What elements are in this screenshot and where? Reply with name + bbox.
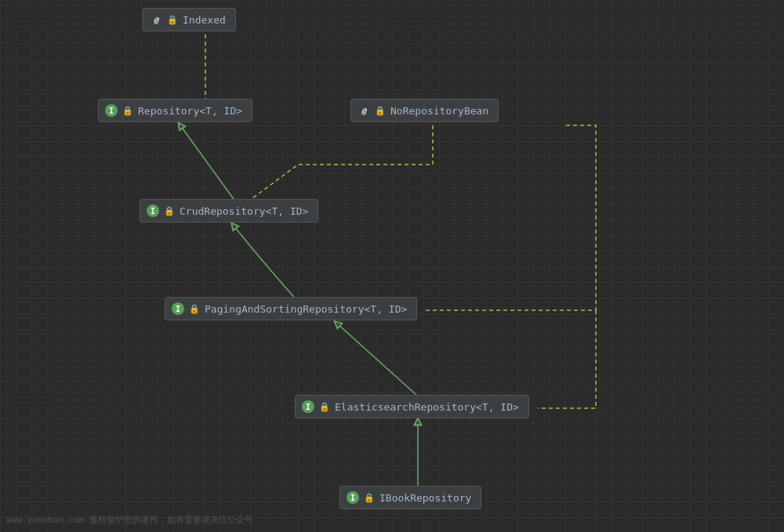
diagram-container: @ 🔒 Indexed I 🔒 Repository<T, ID> @ 🔒 No…	[0, 0, 784, 532]
line-paging-crud	[234, 226, 294, 297]
node-pagingandsortingrepository[interactable]: I 🔒 PagingAndSortingRepository<T, ID>	[165, 297, 417, 320]
line-norepository-elastic	[538, 310, 596, 408]
label-indexed: Indexed	[183, 14, 226, 26]
lock-icon-repository: 🔒	[122, 106, 133, 116]
line-elastic-paging	[337, 324, 416, 395]
node-repository[interactable]: I 🔒 Repository<T, ID>	[98, 99, 252, 122]
label-elastic: ElasticsearchRepository<T, ID>	[335, 401, 519, 413]
at-icon-indexed: @	[150, 13, 162, 26]
lock-icon-elastic: 🔒	[319, 402, 330, 412]
lock-icon-indexed: 🔒	[167, 15, 178, 25]
label-norepositorybean: NoRepositoryBean	[390, 105, 488, 117]
at-icon-norepositorybean: @	[358, 104, 370, 117]
i-icon-elastic: I	[302, 400, 314, 413]
node-norepositorybean[interactable]: @ 🔒 NoRepositoryBean	[350, 99, 499, 122]
node-elasticsearchrepository[interactable]: I 🔒 ElasticsearchRepository<T, ID>	[295, 395, 529, 418]
node-indexed[interactable]: @ 🔒 Indexed	[143, 8, 236, 31]
lock-icon-norepositorybean: 🔒	[375, 106, 386, 116]
line-crudrepository-repository	[180, 125, 234, 199]
watermark-text: www.yumoban.com 版权保护您的著作，如有需要请关注公众号	[6, 514, 253, 526]
i-icon-crudrepository: I	[147, 204, 159, 217]
label-paging: PagingAndSortingRepository<T, ID>	[205, 303, 407, 315]
line-norepository-paging	[423, 125, 596, 310]
label-crudrepository: CrudRepository<T, ID>	[180, 205, 308, 217]
lock-icon-paging: 🔒	[189, 304, 200, 314]
i-icon-paging: I	[172, 302, 184, 315]
node-ibookrepository[interactable]: I 🔒 IBookRepository	[339, 486, 481, 509]
lock-icon-ibook: 🔒	[364, 493, 375, 503]
i-icon-repository: I	[105, 104, 118, 117]
label-repository: Repository<T, ID>	[138, 105, 242, 117]
diagram-lines	[0, 0, 784, 532]
node-crudrepository[interactable]: I 🔒 CrudRepository<T, ID>	[140, 199, 318, 223]
i-icon-ibook: I	[347, 491, 359, 504]
label-ibook: IBookRepository	[379, 492, 471, 504]
lock-icon-crudrepository: 🔒	[164, 206, 175, 216]
